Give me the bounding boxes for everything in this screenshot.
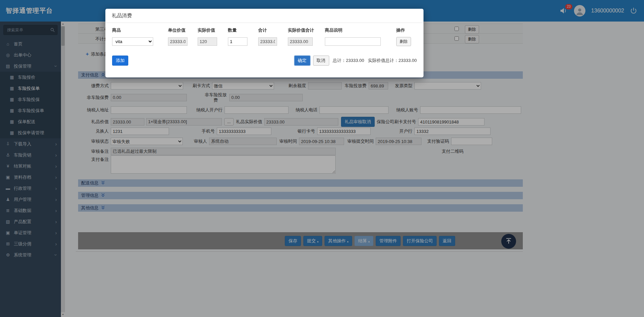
col-quantity: 数量 xyxy=(228,27,258,33)
cancel-button[interactable]: 取消 xyxy=(313,56,329,66)
gift-consumption-modal: 礼品消费 商品 单位价值 实际价值 数量 合计 实际价值合计 商品说明 操作 v… xyxy=(105,9,423,77)
total-input[interactable] xyxy=(258,37,277,46)
col-description: 商品说明 xyxy=(325,27,396,33)
col-total: 合计 xyxy=(258,27,288,33)
col-actual-total: 实际价值合计 xyxy=(288,27,325,33)
row-delete-button[interactable]: 删除 xyxy=(396,37,411,46)
modal-header: 礼品消费 xyxy=(105,9,423,23)
col-product: 商品 xyxy=(112,27,168,33)
col-actual-value: 实际价值 xyxy=(198,27,228,33)
col-unit-value: 单位价值 xyxy=(168,27,198,33)
summary-total: 总计：23333.00 xyxy=(333,58,364,64)
add-button[interactable]: 添加 xyxy=(112,56,128,66)
modal-body: 商品 单位价值 实际价值 数量 合计 实际价值合计 商品说明 操作 vita 删… xyxy=(105,27,423,46)
confirm-button[interactable]: 确定 xyxy=(294,56,310,66)
unit-value-input[interactable] xyxy=(168,37,188,46)
actual-value-input[interactable] xyxy=(198,37,217,46)
gift-table-header: 商品 单位价值 实际价值 数量 合计 实际价值合计 商品说明 操作 xyxy=(112,27,417,33)
summary-actual-total: 实际价值总计：23333.00 xyxy=(368,58,417,64)
description-input[interactable] xyxy=(325,37,381,46)
modal-title: 礼品消费 xyxy=(112,12,132,19)
actual-total-input[interactable] xyxy=(288,37,313,46)
quantity-input[interactable] xyxy=(228,37,247,46)
gift-table-row: vita 删除 xyxy=(112,37,417,46)
col-operation: 操作 xyxy=(396,27,416,33)
modal-footer: 添加 确定 取消 总计：23333.00 实际价值总计：23333.00 xyxy=(105,56,423,66)
product-select[interactable]: vita xyxy=(112,37,153,46)
